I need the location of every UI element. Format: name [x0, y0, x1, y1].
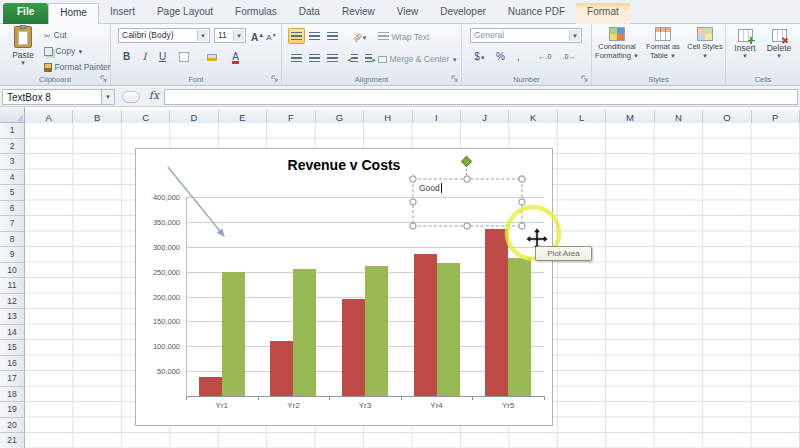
- formula-input[interactable]: [164, 89, 798, 105]
- row-header-10[interactable]: 10: [0, 263, 25, 279]
- bottom-align-button[interactable]: [324, 28, 341, 44]
- tab-nuance-pdf[interactable]: Nuance PDF: [497, 3, 576, 24]
- row-header-11[interactable]: 11: [0, 278, 25, 294]
- paste-button[interactable]: Paste ▼: [6, 26, 40, 66]
- row-header-17[interactable]: 17: [0, 371, 25, 387]
- bar-yr3-s1[interactable]: [342, 299, 365, 396]
- column-header-C[interactable]: C: [122, 110, 170, 123]
- bar-yr2-s1[interactable]: [270, 341, 293, 396]
- align-left-button[interactable]: [288, 50, 305, 66]
- bar-yr2-s2[interactable]: [293, 269, 316, 396]
- row-header-3[interactable]: 3: [0, 154, 25, 170]
- column-header-D[interactable]: D: [170, 110, 218, 123]
- name-box[interactable]: TextBox 8: [2, 89, 102, 105]
- format-painter-button[interactable]: Format Painter: [44, 62, 111, 72]
- borders-button[interactable]: [175, 48, 192, 64]
- tab-page-layout[interactable]: Page Layout: [146, 3, 224, 24]
- row-header-7[interactable]: 7: [0, 216, 25, 232]
- row-header-21[interactable]: 21: [0, 433, 25, 448]
- column-header-P[interactable]: P: [752, 110, 800, 123]
- formula-bar-button[interactable]: [122, 91, 140, 103]
- column-header-G[interactable]: G: [316, 110, 364, 123]
- tab-data[interactable]: Data: [288, 3, 331, 24]
- row-header-8[interactable]: 8: [0, 232, 25, 248]
- column-header-A[interactable]: A: [25, 110, 73, 123]
- row-header-13[interactable]: 13: [0, 309, 25, 325]
- column-header-E[interactable]: E: [219, 110, 267, 123]
- row-header-1[interactable]: 1: [0, 123, 25, 139]
- alignment-dialog-launcher[interactable]: [451, 75, 459, 83]
- column-header-M[interactable]: M: [606, 110, 654, 123]
- format-cells-button[interactable]: [796, 29, 800, 43]
- conditional-formatting-button[interactable]: Conditional Formatting ▼: [594, 27, 640, 60]
- insert-function-icon[interactable]: fx: [146, 89, 162, 105]
- tab-formulas[interactable]: Formulas: [224, 3, 288, 24]
- insert-cells-button[interactable]: Insert ▼: [730, 29, 760, 59]
- italic-button[interactable]: I: [136, 48, 153, 64]
- chart-textbox[interactable]: Good: [419, 183, 442, 193]
- column-header-O[interactable]: O: [703, 110, 751, 123]
- bar-yr4-s1[interactable]: [414, 254, 437, 396]
- top-align-button[interactable]: [288, 28, 305, 44]
- tab-file[interactable]: File: [3, 3, 48, 24]
- fill-color-button[interactable]: [203, 48, 220, 64]
- row-header-2[interactable]: 2: [0, 139, 25, 155]
- increase-decimal-button[interactable]: ←.0: [534, 48, 556, 64]
- column-header-H[interactable]: H: [364, 110, 412, 123]
- column-header-B[interactable]: B: [73, 110, 121, 123]
- bar-yr5-s1[interactable]: [485, 229, 508, 396]
- underline-button[interactable]: U: [154, 48, 171, 64]
- cell-styles-button[interactable]: Cell Styles ▼: [686, 27, 724, 60]
- tab-insert[interactable]: Insert: [99, 3, 146, 24]
- font-dialog-launcher[interactable]: [271, 75, 279, 83]
- column-header-L[interactable]: L: [558, 110, 606, 123]
- name-box-dropdown[interactable]: ▼: [102, 89, 115, 105]
- bar-yr1-s1[interactable]: [199, 377, 222, 396]
- tab-view[interactable]: View: [386, 3, 430, 24]
- align-right-button[interactable]: [324, 50, 341, 66]
- align-center-button[interactable]: [306, 50, 323, 66]
- delete-cells-button[interactable]: Delete ▼: [764, 29, 794, 59]
- column-header-I[interactable]: I: [413, 110, 461, 123]
- row-header-5[interactable]: 5: [0, 185, 25, 201]
- row-header-6[interactable]: 6: [0, 201, 25, 217]
- decrease-indent-button[interactable]: ◂: [344, 50, 361, 66]
- row-header-4[interactable]: 4: [0, 170, 25, 186]
- decrease-decimal-button[interactable]: .0→: [558, 48, 580, 64]
- tab-format[interactable]: Format: [576, 3, 630, 24]
- bar-yr5-s2[interactable]: [508, 258, 531, 396]
- copy-button[interactable]: Copy ▼: [44, 46, 84, 56]
- wrap-text-button[interactable]: Wrap Text: [378, 32, 429, 42]
- number-format-combo[interactable]: General▼: [470, 28, 582, 43]
- font-size-combo[interactable]: 11▼: [214, 28, 246, 43]
- middle-align-button[interactable]: [306, 28, 323, 44]
- tab-review[interactable]: Review: [331, 3, 386, 24]
- cut-button[interactable]: ✂ Cut: [44, 30, 67, 41]
- number-dialog-launcher[interactable]: [581, 75, 589, 83]
- column-header-K[interactable]: K: [509, 110, 557, 123]
- chart-object[interactable]: Revenue v Costs 400,000350,000300,000250…: [135, 148, 553, 426]
- font-color-button[interactable]: A: [227, 48, 244, 64]
- format-as-table-button[interactable]: Format as Table ▼: [642, 27, 684, 60]
- bar-yr1-s2[interactable]: [222, 272, 245, 396]
- orientation-button[interactable]: ab▼: [348, 28, 372, 44]
- increase-indent-button[interactable]: ▸: [362, 50, 379, 66]
- column-header-F[interactable]: F: [267, 110, 315, 123]
- row-header-19[interactable]: 19: [0, 402, 25, 418]
- percent-style-button[interactable]: %: [492, 48, 509, 64]
- clipboard-dialog-launcher[interactable]: [100, 75, 108, 83]
- tab-developer[interactable]: Developer: [429, 3, 497, 24]
- shrink-font-button[interactable]: A▼: [263, 27, 280, 43]
- accounting-format-button[interactable]: $▼: [470, 48, 490, 64]
- merge-center-button[interactable]: Merge & Center ▼: [378, 54, 458, 64]
- row-header-18[interactable]: 18: [0, 387, 25, 403]
- bold-button[interactable]: B: [118, 48, 135, 64]
- row-header-9[interactable]: 9: [0, 247, 25, 263]
- column-header-N[interactable]: N: [655, 110, 703, 123]
- font-name-combo[interactable]: Calibri (Body)▼: [118, 28, 210, 43]
- tab-home[interactable]: Home: [48, 3, 99, 24]
- row-header-15[interactable]: 15: [0, 340, 25, 356]
- row-header-12[interactable]: 12: [0, 294, 25, 310]
- row-header-14[interactable]: 14: [0, 325, 25, 341]
- bar-yr4-s2[interactable]: [437, 263, 460, 396]
